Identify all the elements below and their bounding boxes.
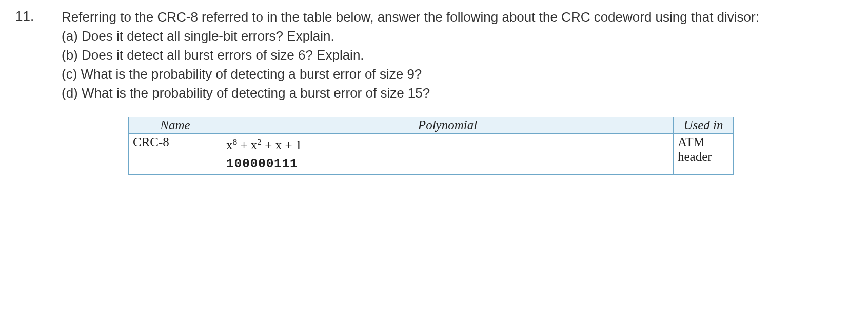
poly-rest: + x + 1 xyxy=(262,138,302,152)
table-row: CRC-8 x8 + x2 + x + 1 100000111 ATM head… xyxy=(129,134,734,174)
part-d: (d) What is the probability of detecting… xyxy=(62,84,853,102)
used-in-line2: header xyxy=(678,149,712,163)
polynomial-binary: 100000111 xyxy=(226,157,298,171)
crc-table: Name Polynomial Used in CRC-8 x8 + x2 + … xyxy=(128,117,734,174)
part-c: (c) What is the probability of detecting… xyxy=(62,65,853,83)
crc-table-wrap: Name Polynomial Used in CRC-8 x8 + x2 + … xyxy=(128,117,853,174)
used-in-line1: ATM xyxy=(678,135,705,149)
poly-sup-2: 2 xyxy=(257,136,262,146)
question-number: 11. xyxy=(15,8,62,24)
part-b: (b) Does it detect all burst errors of s… xyxy=(62,46,853,64)
cell-used-in: ATM header xyxy=(674,134,734,174)
part-a: (a) Does it detect all single-bit errors… xyxy=(62,27,853,45)
poly-sup-8: 8 xyxy=(233,136,238,146)
cell-crc-name: CRC-8 xyxy=(129,134,222,174)
poly-x: x xyxy=(226,138,233,152)
poly-plus-x: + x xyxy=(237,138,257,152)
cell-polynomial: x8 + x2 + x + 1 100000111 xyxy=(222,134,674,174)
col-header-used-in: Used in xyxy=(674,117,734,134)
polynomial-expression: x8 + x2 + x + 1 xyxy=(226,138,302,152)
question-body: Referring to the CRC-8 referred to in th… xyxy=(62,8,853,102)
col-header-name: Name xyxy=(129,117,222,134)
col-header-polynomial: Polynomial xyxy=(222,117,674,134)
question-intro: Referring to the CRC-8 referred to in th… xyxy=(62,8,853,26)
table-header-row: Name Polynomial Used in xyxy=(129,117,734,134)
question-block: 11. Referring to the CRC-8 referred to i… xyxy=(15,8,853,102)
